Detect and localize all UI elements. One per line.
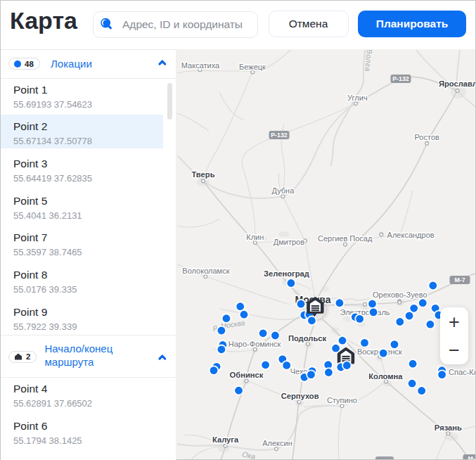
svg-text:Рязань: Рязань — [435, 423, 462, 432]
svg-text:Ступино: Ступино — [327, 396, 357, 404]
svg-text:Коломна: Коломна — [368, 372, 403, 381]
svg-text:Подольск: Подольск — [288, 334, 327, 343]
svg-text:Электросталь: Электросталь — [340, 308, 390, 317]
svg-text:Ярославль: Ярославль — [439, 79, 475, 88]
svg-text:М-5: М-5 — [468, 455, 475, 459]
svg-text:Р-132: Р-132 — [392, 75, 409, 82]
svg-text:Ростов: Ростов — [415, 133, 440, 141]
svg-text:Волоколамск: Волоколамск — [182, 267, 229, 275]
svg-text:Дмитров: Дмитров — [274, 238, 304, 246]
svg-text:Спас-Клепики: Спас-Клепики — [449, 368, 475, 376]
svg-text:Дубна: Дубна — [271, 186, 295, 195]
svg-text:Максатиха: Максатиха — [181, 61, 220, 70]
svg-text:Углич: Углич — [347, 94, 368, 102]
svg-text:Наро-Фоминск: Наро-Фоминск — [229, 340, 281, 348]
svg-text:М-7: М-7 — [454, 276, 465, 283]
svg-text:Калуга: Калуга — [212, 435, 239, 444]
svg-text:Александров: Александров — [387, 231, 435, 239]
svg-text:Серпухов: Серпухов — [281, 392, 319, 400]
svg-text:Обнинск: Обнинск — [230, 371, 264, 379]
svg-text:Сергиев Посад: Сергиев Посад — [318, 234, 373, 243]
svg-text:Клин: Клин — [246, 233, 264, 241]
svg-text:Бежецк: Бежецк — [239, 63, 266, 71]
svg-text:Зеленоград: Зеленоград — [264, 269, 309, 278]
svg-text:Орехово-Зуево: Орехово-Зуево — [373, 290, 427, 299]
svg-text:Тверь: Тверь — [191, 170, 214, 179]
svg-text:Р-132: Р-132 — [271, 132, 288, 139]
svg-text:Алексин: Алексин — [262, 439, 292, 447]
